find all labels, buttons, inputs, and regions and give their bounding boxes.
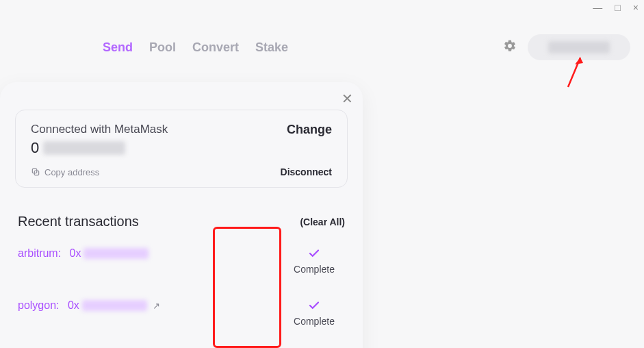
external-link-icon: ↗ [153,301,160,311]
transaction-link[interactable]: polygon: 0x ↗ [18,299,160,312]
tx-hash-prefix: 0x [68,299,79,312]
nav-convert[interactable]: Convert [192,40,239,55]
tx-status: Complete [283,299,345,327]
nav-pool[interactable]: Pool [149,40,176,55]
top-bar-right [503,34,630,60]
main-nav: Send Pool Convert Stake [103,40,288,55]
address-redacted [43,141,125,155]
account-modal: ✕ Connected with MetaMask 0 Change Copy … [0,82,363,348]
tx-hash-prefix: 0x [70,247,81,260]
transaction-list: arbitrum: 0x Complete polygon: 0x ↗ Comp… [15,247,348,348]
check-icon [307,299,322,312]
wallet-address: 0 [31,139,168,157]
tx-network: polygon: [18,299,60,312]
settings-icon[interactable] [503,39,517,55]
transaction-link[interactable]: arbitrum: 0x [18,247,149,260]
close-icon[interactable]: ✕ [342,90,353,107]
clear-all-button[interactable]: (Clear All) [300,216,345,227]
copy-address-button[interactable]: Copy address [31,167,99,177]
transaction-row: arbitrum: 0x Complete [18,247,345,279]
tx-status-label: Complete [294,316,335,327]
account-pill[interactable] [528,34,630,60]
wallet-card: Connected with MetaMask 0 Change Copy ad… [15,110,348,188]
nav-stake[interactable]: Stake [255,40,288,55]
close-window-button[interactable]: × [633,3,639,12]
annotation-arrow [561,56,589,90]
check-icon [307,247,322,260]
transaction-row: polygon: 0x ↗ Complete [18,299,345,331]
connected-with-label: Connected with MetaMask [31,123,168,136]
top-bar: Send Pool Convert Stake [0,34,644,60]
recent-header: Recent transactions (Clear All) [15,214,348,229]
change-wallet-button[interactable]: Change [287,123,332,137]
tx-status-label: Complete [294,264,335,275]
minimize-button[interactable]: — [593,3,602,12]
copy-address-label: Copy address [44,167,99,177]
tx-hash-redacted [82,300,147,311]
maximize-button[interactable]: □ [615,3,620,12]
svg-line-0 [568,58,580,87]
address-prefix: 0 [31,139,39,157]
tx-hash-redacted [83,248,149,259]
tx-status: Complete [283,247,345,275]
copy-icon [31,167,40,177]
nav-send[interactable]: Send [103,40,133,55]
recent-title: Recent transactions [18,214,139,229]
window-controls: — □ × [593,3,639,12]
tx-network: arbitrum: [18,247,61,260]
account-label-redacted [548,41,610,53]
disconnect-button[interactable]: Disconnect [281,166,332,177]
